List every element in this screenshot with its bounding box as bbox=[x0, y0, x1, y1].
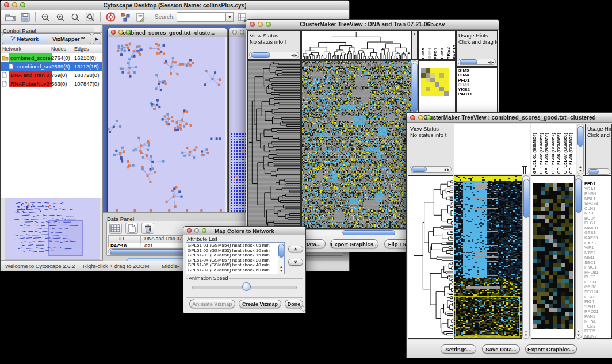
tv2-heatmap-vscrollbar[interactable]: ▲▼ bbox=[522, 175, 530, 339]
minimize-button[interactable] bbox=[118, 30, 123, 35]
network-tree: combined_scores2764(0)16218(0)combined_s… bbox=[1, 53, 102, 88]
toolbar-zoom-in-icon[interactable] bbox=[54, 11, 67, 24]
tab-network[interactable]: Network bbox=[2, 33, 47, 44]
main-titlebar[interactable]: Cytoscape Desktop (Session Name: collins… bbox=[1, 1, 349, 10]
tv-button-export-graphics-[interactable]: Export Graphics... bbox=[330, 239, 378, 248]
zoom-button[interactable] bbox=[266, 22, 271, 27]
move-up-button[interactable]: ∧ bbox=[288, 246, 303, 252]
move-down-button[interactable]: ∨ bbox=[288, 259, 303, 266]
close-button[interactable] bbox=[250, 22, 255, 27]
tab-overflow-button[interactable]: ▶ bbox=[93, 33, 101, 44]
tv2-column-labels: GPL51-01 (GSM854)GPL51-02 (GSM855)GPL51-… bbox=[531, 124, 576, 174]
toolbar-zoom-fit-icon[interactable] bbox=[84, 11, 97, 24]
tv1-similarity-matrix[interactable] bbox=[421, 68, 449, 96]
tv2-gene-label[interactable]: MON2 bbox=[583, 334, 611, 339]
minimize-button[interactable] bbox=[194, 228, 199, 233]
tv1-dendro-scroll-strip[interactable]: ▲ bbox=[411, 30, 418, 60]
network-name: combined_sco bbox=[16, 62, 52, 71]
toolbar-zoom-selected-icon[interactable] bbox=[69, 11, 82, 24]
tv2-genes-vscrollbar[interactable]: ▲▼ bbox=[575, 175, 582, 339]
tv1-column-labels: GIM5GIM4PFD1GIM3YKE2PAC10 bbox=[418, 30, 456, 60]
zoom-button[interactable] bbox=[202, 228, 206, 233]
network-view-titlebar[interactable]: combined_scores_good.txt--cluste... bbox=[108, 28, 227, 37]
toolbar-annotation-icon[interactable] bbox=[134, 11, 147, 24]
minimize-button[interactable] bbox=[258, 22, 263, 27]
tv1-heatmap[interactable] bbox=[301, 60, 411, 229]
tv2-labels-vscrollbar[interactable]: ▲▼ bbox=[577, 124, 584, 174]
tv2-heatmap[interactable] bbox=[454, 175, 522, 339]
network-tree-row[interactable]: combined_sco2569(6)13112(15) bbox=[1, 62, 102, 71]
tv1-column-label[interactable]: GIM3 bbox=[439, 48, 445, 59]
tv1-usage-hscrollbar[interactable]: ◀ ▶ bbox=[458, 59, 496, 65]
tv2-column-dendrogram[interactable] bbox=[454, 124, 530, 174]
new-attribute-icon[interactable] bbox=[125, 223, 138, 234]
close-button[interactable] bbox=[111, 30, 116, 35]
tv-button-export-graphics-[interactable]: Export Graphics... bbox=[525, 344, 577, 354]
tv2-column-label[interactable]: GPL51-06 (GSM865) bbox=[557, 133, 562, 174]
network-tree-row[interactable]: DNA and Tran 07769(0)183728(0) bbox=[1, 71, 102, 79]
tv1-column-label[interactable]: PFD1 bbox=[433, 48, 438, 59]
animate-vizmap-button[interactable]: Animate Vizmap bbox=[189, 300, 235, 308]
float-panel-icon[interactable] bbox=[94, 26, 100, 32]
tv-button-save-data-[interactable]: Save Data... bbox=[482, 344, 520, 354]
tv1-column-label[interactable]: PAC10 bbox=[452, 45, 456, 59]
data-column-id[interactable]: ID bbox=[119, 236, 124, 242]
toolbar-open-file-icon[interactable] bbox=[4, 11, 17, 24]
toolbar-zoom-out-icon[interactable] bbox=[39, 11, 52, 24]
tv1-titlebar[interactable]: ClusterMaker TreeView : DNA and Tran 07-… bbox=[246, 20, 499, 30]
zoom-button[interactable] bbox=[426, 115, 431, 120]
speed-slider-thumb[interactable] bbox=[242, 282, 251, 291]
tv2-row-dendrogram[interactable] bbox=[408, 175, 453, 339]
tv2-column-label[interactable]: GPL51-03 (GSM856) bbox=[545, 133, 550, 174]
tv2-titlebar[interactable]: ClusterMaker TreeView : combined_scores_… bbox=[407, 113, 612, 123]
resize-grip[interactable] bbox=[299, 306, 305, 312]
minimize-button[interactable] bbox=[240, 30, 244, 35]
tv1-row-dendrogram[interactable] bbox=[247, 60, 301, 229]
tv2-title: ClusterMaker TreeView : combined_scores_… bbox=[423, 114, 595, 121]
window-controls[interactable] bbox=[4, 2, 25, 7]
tv2-column-label[interactable]: GPL51-01 (GSM854) bbox=[533, 133, 538, 174]
tv1-column-dendrogram[interactable] bbox=[301, 30, 411, 60]
network-canvas[interactable] bbox=[108, 37, 225, 213]
close-button[interactable] bbox=[4, 2, 9, 7]
toolbar-network-overview-icon[interactable] bbox=[119, 11, 132, 24]
column-header-network[interactable]: Network bbox=[2, 46, 21, 52]
tv1-row-label[interactable]: PAC10 bbox=[458, 92, 497, 97]
minimize-button[interactable] bbox=[418, 115, 423, 120]
attribute-list[interactable]: GPL51-01 (GSM854) heat shock 05 minGPL51… bbox=[186, 242, 285, 274]
tv1-column-label[interactable]: GIM4 bbox=[427, 48, 432, 59]
search-input[interactable] bbox=[177, 12, 226, 22]
tab-vizmapper[interactable]: VizMapper™ bbox=[47, 33, 92, 44]
close-button[interactable] bbox=[410, 115, 415, 120]
create-vizmap-button[interactable]: Create Vizmap bbox=[239, 300, 281, 308]
tv2-column-label[interactable]: GPL51-08 (GSM872) bbox=[569, 133, 574, 174]
tv-button-settings-[interactable]: Settings... bbox=[441, 344, 476, 354]
delete-attribute-icon[interactable] bbox=[141, 223, 154, 234]
tv2-status-hscrollbar[interactable]: ◀ ▶ bbox=[410, 166, 452, 173]
column-header-edges[interactable]: Edges bbox=[74, 46, 89, 52]
search-dropdown-button[interactable]: ▼ bbox=[226, 12, 234, 22]
tv2-column-label[interactable]: GPL51-07 (GSM868) bbox=[563, 133, 568, 174]
tv2-column-label[interactable]: GPL51-04 (GSM857) bbox=[551, 133, 556, 174]
close-button[interactable] bbox=[187, 228, 192, 233]
attribute-list-item[interactable]: GPL51-07 (GSM868) heat shock 60 min bbox=[186, 268, 284, 273]
minimize-button[interactable] bbox=[12, 2, 17, 7]
status-hint-zoom: Right-click + drag to ZOOM bbox=[83, 263, 149, 269]
tv1-status-hscrollbar[interactable]: ◀ ▶ bbox=[249, 52, 299, 58]
zoom-button[interactable] bbox=[126, 30, 131, 35]
tv1-column-label[interactable]: YKE2 bbox=[446, 47, 451, 59]
zoom-button[interactable] bbox=[20, 2, 25, 7]
tv2-usage-hscrollbar[interactable] bbox=[587, 168, 610, 175]
birdseye-view[interactable] bbox=[5, 198, 100, 260]
toolbar-save-icon[interactable] bbox=[19, 11, 32, 24]
tv1-column-label[interactable]: GIM5 bbox=[420, 48, 426, 59]
toolbar-help-icon[interactable] bbox=[104, 11, 117, 24]
close-button[interactable] bbox=[232, 30, 237, 35]
network-tree-row[interactable]: combined_scores2764(0)16218(0) bbox=[1, 53, 102, 62]
column-header-nodes[interactable]: Nodes bbox=[51, 46, 66, 52]
dialog-titlebar[interactable]: Map Colors to Network bbox=[183, 227, 305, 235]
tv2-zoom-heatmap[interactable] bbox=[533, 183, 573, 329]
attribute-list-vscrollbar[interactable]: ▲▼ bbox=[278, 243, 284, 274]
attribute-table-icon[interactable] bbox=[109, 223, 122, 234]
tv2-column-label[interactable]: GPL51-02 (GSM855) bbox=[539, 133, 544, 174]
